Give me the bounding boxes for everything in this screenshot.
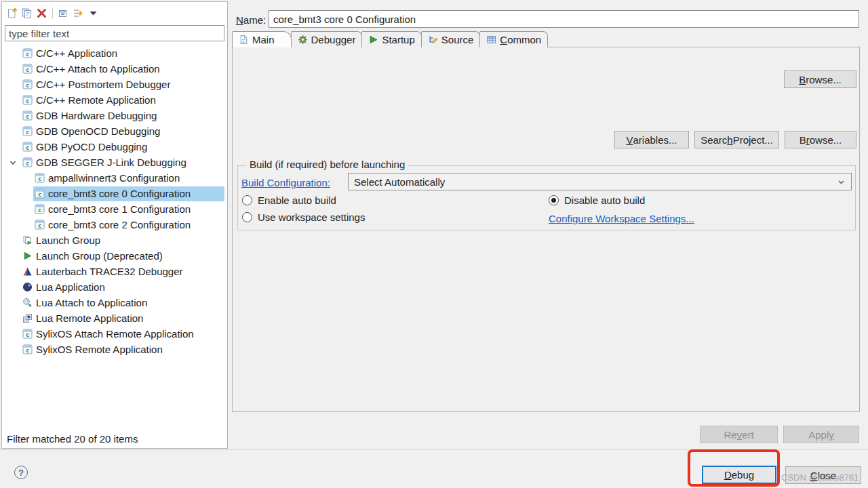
c-app-icon: c — [35, 188, 45, 199]
enable-auto-build-radio[interactable]: Enable auto build — [242, 195, 336, 206]
tree-item[interactable]: Launch Group — [3, 232, 226, 248]
tree-item[interactable]: c GDB Hardware Debugging — [3, 108, 226, 123]
c-app-icon: c — [22, 95, 33, 105]
tree-item[interactable]: Lua Remote Application — [3, 310, 226, 326]
common-table-icon — [486, 35, 496, 45]
trace32-icon — [22, 266, 33, 277]
startup-play-icon — [368, 35, 378, 45]
tab-common[interactable]: Common — [479, 31, 548, 47]
c-app-icon: c — [22, 64, 33, 74]
delete-icon[interactable] — [36, 7, 47, 19]
c-app-icon: c — [35, 173, 45, 183]
radio-label: Use workspace settings — [258, 211, 365, 223]
build-configuration-select[interactable]: Select Automatically — [348, 173, 852, 190]
filter-status: Filter matched 20 of 20 items — [7, 433, 138, 445]
tab-source[interactable]: Source — [421, 31, 481, 47]
launch-group-icon — [22, 235, 33, 245]
tree-item[interactable]: c C/C++ Remote Application — [3, 92, 226, 108]
name-label: Name: — [236, 14, 266, 26]
launch-config-tree: c C/C++ Application c C/C++ Attach to Ap… — [3, 45, 226, 357]
launch-group-deprecated-icon — [22, 251, 33, 261]
sidebar-toolbar — [6, 5, 99, 20]
lua-remote-icon — [22, 313, 33, 323]
tree-item[interactable]: c C/C++ Postmortem Debugger — [3, 77, 226, 92]
tree-item[interactable]: c C/C++ Application — [3, 45, 226, 61]
main-doc-icon — [239, 35, 249, 45]
use-workspace-settings-radio[interactable]: Use workspace settings — [242, 211, 365, 223]
build-configuration-link[interactable]: Build Configuration: — [241, 177, 330, 188]
c-app-icon: c — [22, 48, 33, 58]
svg-text:c: c — [38, 190, 42, 198]
help-button[interactable]: ? — [14, 466, 28, 479]
config-tabbar: Main Debugger Startup Source Common — [232, 31, 547, 47]
build-before-launch-group: Build (if required) before launching Bui… — [237, 165, 856, 230]
close-button[interactable]: Close — [785, 466, 861, 484]
svg-text:c: c — [26, 346, 30, 354]
search-project-button[interactable]: Search Project... — [694, 131, 779, 148]
radio-circle — [242, 212, 252, 222]
c-app-icon: c — [22, 329, 33, 339]
configure-workspace-settings-link[interactable]: Configure Workspace Settings... — [549, 213, 694, 224]
lua-attach-icon — [22, 298, 33, 308]
tree-item[interactable]: c GDB OpenOCD Debugging — [3, 123, 226, 139]
name-input[interactable] — [269, 10, 859, 28]
debugger-gear-icon — [298, 35, 308, 45]
radio-label: Enable auto build — [258, 195, 336, 206]
chevron-down-icon[interactable] — [9, 159, 17, 167]
tab-debugger[interactable]: Debugger — [291, 31, 363, 47]
c-app-icon: c — [22, 126, 33, 136]
tree-item[interactable]: Lua Application — [3, 279, 226, 295]
variables-button[interactable]: Variables... — [614, 131, 689, 148]
tree-item[interactable]: c C/C++ Attach to Application — [3, 61, 226, 77]
browse-application-button[interactable]: Browse... — [785, 131, 856, 148]
revert-button[interactable]: Revert — [700, 426, 778, 443]
menu-dropdown-icon[interactable] — [87, 7, 99, 19]
disable-auto-build-radio[interactable]: Disable auto build — [549, 195, 645, 206]
tree-item[interactable]: Launch Group (Deprecated) — [3, 248, 226, 264]
radio-circle — [242, 195, 252, 205]
duplicate-icon[interactable] — [21, 7, 33, 19]
filter-launch-configurations-icon[interactable] — [73, 7, 84, 19]
tree-item[interactable]: c GDB PyOCD Debugging — [3, 139, 226, 155]
filter-input[interactable] — [5, 25, 224, 41]
tree-item[interactable]: Lauterbach TRACE32 Debugger — [3, 264, 226, 279]
launch-config-sidebar: c C/C++ Application c C/C++ Attach to Ap… — [1, 1, 228, 449]
build-group-title: Build (if required) before launching — [246, 159, 408, 170]
apply-button[interactable]: Apply — [783, 426, 859, 443]
svg-text:c: c — [26, 159, 30, 167]
svg-text:c: c — [38, 206, 42, 214]
tree-item[interactable]: c SylixOS Remote Application — [3, 342, 226, 357]
tree-item[interactable]: Lua Attach to Application — [3, 295, 226, 310]
tree-item[interactable]: c core_bmt3 core 0 Configuration — [3, 186, 226, 201]
radio-label: Disable auto build — [564, 195, 645, 206]
build-configuration-value: Select Automatically — [354, 176, 445, 188]
source-tree-icon — [428, 35, 438, 45]
tab-main[interactable]: Main — [232, 31, 292, 47]
tree-item[interactable]: c ampallwinnert3 Configuration — [3, 170, 226, 186]
radio-circle — [549, 195, 559, 205]
lua-application-icon — [22, 282, 33, 292]
c-app-icon: c — [35, 220, 45, 230]
c-app-icon: c — [22, 344, 33, 354]
svg-text:c: c — [26, 331, 30, 338]
collapse-all-icon[interactable] — [58, 7, 69, 19]
svg-text:c: c — [26, 144, 30, 151]
tree-item[interactable]: c SylixOS Attach Remote Application — [3, 326, 226, 342]
toolbar-separator — [52, 7, 53, 18]
svg-text:c: c — [26, 113, 30, 120]
tab-startup[interactable]: Startup — [361, 31, 421, 47]
chevron-down-icon — [837, 178, 846, 186]
debug-button[interactable]: Debug — [702, 466, 776, 484]
c-app-icon: c — [22, 79, 33, 89]
browse-project-button[interactable]: Browse... — [784, 70, 856, 88]
svg-text:c: c — [26, 66, 30, 73]
tree-item[interactable]: c core_bmt3 core 2 Configuration — [3, 217, 226, 232]
tree-item[interactable]: c GDB SEGGER J-Link Debugging — [3, 155, 226, 170]
new-configuration-icon[interactable] — [6, 7, 18, 19]
c-app-icon: c — [22, 110, 33, 121]
c-app-icon: c — [35, 204, 45, 214]
tree-item[interactable]: c core_bmt3 core 1 Configuration — [3, 201, 226, 217]
svg-text:c: c — [26, 97, 30, 104]
footer-separator — [0, 449, 868, 450]
svg-text:c: c — [26, 50, 30, 58]
